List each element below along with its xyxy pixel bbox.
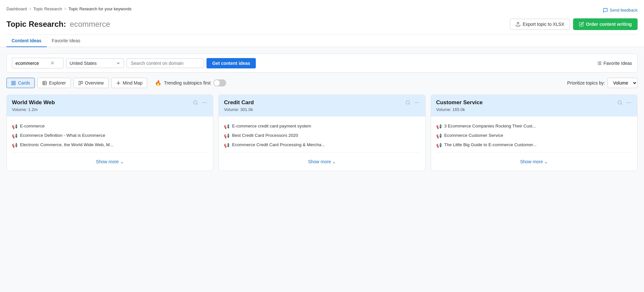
- card-header-info-2: Customer Service Volume: 165.0k: [436, 99, 614, 112]
- send-feedback-button[interactable]: Send feedback: [603, 8, 638, 13]
- view-controls: Cards Explorer Overview Mind Map 🔥 Trend…: [6, 78, 638, 88]
- volume-select[interactable]: Volume: [608, 78, 638, 88]
- svg-line-33: [621, 104, 622, 105]
- svg-line-23: [197, 104, 197, 105]
- megaphone-icon: 📢: [436, 124, 442, 129]
- list-item: 📢 Ecommerce Definition - What is Ecommer…: [12, 131, 208, 140]
- keyword-input-wrapper: ✕: [12, 58, 63, 68]
- card-0: World Wide Web Volume: 1.2m 📢 E-commerce: [6, 95, 213, 171]
- svg-point-25: [205, 102, 205, 103]
- main-content: ✕ United States Get content ideas Favori…: [0, 47, 644, 177]
- order-writing-button[interactable]: Order content writing: [573, 18, 638, 30]
- svg-rect-7: [12, 81, 13, 82]
- svg-point-36: [630, 102, 630, 103]
- article-text: E-commerce credit card payment system: [232, 124, 311, 128]
- card-header-info-1: Credit Card Volume: 301.0k: [224, 99, 402, 112]
- card-volume-1: Volume: 301.0k: [224, 107, 402, 112]
- clear-keyword-icon[interactable]: ✕: [50, 60, 54, 66]
- view-cards-button[interactable]: Cards: [6, 78, 35, 88]
- breadcrumb-topic-research[interactable]: Topic Research: [33, 6, 62, 11]
- article-text: Ecommerce Credit Card Processing & Merch…: [232, 142, 325, 147]
- card-more-icon-1[interactable]: [414, 99, 420, 107]
- megaphone-icon: 📢: [436, 133, 442, 138]
- header-actions: Export topic to XLSX Order content writi…: [510, 18, 638, 30]
- svg-rect-11: [43, 81, 46, 85]
- cards-icon: [11, 81, 16, 86]
- favorite-ideas-link[interactable]: Favorite Ideas: [597, 61, 632, 66]
- favorite-ideas-label: Favorite Ideas: [603, 61, 632, 66]
- card-divider: [12, 152, 208, 153]
- card-body-0: 📢 E-commerce 📢 Ecommerce Definition - Wh…: [7, 116, 213, 171]
- list-item: 📢 The Little Big Guide to E-commerce Cus…: [436, 140, 632, 150]
- keyword-input[interactable]: [15, 61, 48, 66]
- megaphone-icon: 📢: [436, 143, 442, 148]
- svg-rect-8: [12, 83, 13, 85]
- article-text: E-commerce: [20, 124, 45, 128]
- megaphone-icon: 📢: [224, 143, 229, 148]
- svg-point-30: [417, 102, 417, 103]
- list-item: 📢 Best Credit Card Processors 2020: [224, 131, 420, 140]
- tabs-row: Content Ideas Favorite Ideas: [6, 35, 638, 47]
- view-explorer-button[interactable]: Explorer: [37, 78, 71, 88]
- send-feedback-label: Send feedback: [610, 8, 638, 13]
- breadcrumb-dashboard[interactable]: Dashboard: [6, 6, 27, 11]
- list-item: 📢 E-commerce: [12, 122, 208, 131]
- article-text: Best Credit Card Processors 2020: [232, 133, 298, 138]
- card-more-icon-0[interactable]: [201, 99, 208, 107]
- svg-rect-16: [81, 81, 82, 84]
- mindmap-label: Mind Map: [123, 80, 142, 86]
- article-text: 3 Ecommerce Companies Rocking Their Cust…: [444, 124, 536, 128]
- chat-icon: [603, 8, 608, 13]
- order-label: Order content writing: [586, 22, 632, 27]
- list-item: 📢 Ecommerce Credit Card Processing & Mer…: [224, 140, 420, 150]
- card-search-icon-1[interactable]: [405, 99, 411, 107]
- article-text: Electronic Commerce, the World Wide Web,…: [20, 142, 113, 147]
- header-row: Topic Research: ecommerce Export topic t…: [6, 16, 638, 35]
- domain-search-input[interactable]: [127, 58, 204, 68]
- prioritize-label: Prioritize topics by:: [567, 80, 605, 86]
- country-label: United States: [70, 61, 97, 66]
- card-search-icon-0[interactable]: [192, 99, 199, 107]
- svg-point-29: [415, 102, 415, 103]
- trending-label: Trending subtopics first: [164, 80, 210, 86]
- tab-content-ideas[interactable]: Content Ideas: [6, 35, 47, 47]
- search-bar: ✕ United States Get content ideas Favori…: [6, 54, 638, 73]
- svg-point-31: [418, 102, 418, 103]
- country-select-wrapper[interactable]: United States: [66, 58, 124, 68]
- megaphone-icon: 📢: [12, 133, 17, 138]
- show-more-0[interactable]: Show more ⌄: [12, 155, 208, 166]
- card-actions-0: [192, 99, 208, 107]
- card-more-icon-2[interactable]: [626, 99, 632, 107]
- trending-toggle-switch[interactable]: [213, 79, 226, 86]
- view-overview-button[interactable]: Overview: [73, 78, 109, 88]
- overview-icon: [78, 81, 83, 86]
- card-search-icon-2[interactable]: [617, 99, 623, 107]
- view-mindmap-button[interactable]: Mind Map: [111, 78, 147, 88]
- show-more-1[interactable]: Show more ⌄: [224, 155, 420, 166]
- list-icon: [597, 61, 602, 66]
- megaphone-icon: 📢: [12, 124, 17, 129]
- card-title-0: World Wide Web: [12, 99, 190, 106]
- export-label: Export topic to XLSX: [523, 22, 564, 27]
- card-header-2: Customer Service Volume: 165.0k: [431, 95, 637, 116]
- get-ideas-button[interactable]: Get content ideas: [207, 58, 256, 68]
- prioritize-row: Prioritize topics by: Volume: [567, 78, 638, 88]
- upload-icon: [515, 22, 521, 27]
- trending-toggle: 🔥 Trending subtopics first: [155, 79, 226, 86]
- svg-point-26: [206, 102, 206, 103]
- show-more-2[interactable]: Show more ⌄: [436, 155, 632, 166]
- cards-label: Cards: [18, 80, 30, 86]
- megaphone-icon: 📢: [224, 133, 229, 138]
- svg-rect-15: [79, 81, 80, 85]
- tab-favorite-ideas[interactable]: Favorite Ideas: [47, 35, 86, 47]
- card-body-2: 📢 3 Ecommerce Companies Rocking Their Cu…: [431, 116, 637, 171]
- export-button[interactable]: Export topic to XLSX: [510, 19, 570, 30]
- explorer-icon: [42, 81, 47, 86]
- card-header-1: Credit Card Volume: 301.0k: [219, 95, 425, 116]
- explorer-label: Explorer: [49, 80, 66, 86]
- breadcrumb-sep-2: >: [64, 6, 67, 11]
- svg-rect-10: [14, 83, 15, 85]
- svg-point-24: [203, 102, 203, 103]
- card-volume-2: Volume: 165.0k: [436, 107, 614, 112]
- list-item: 📢 Electronic Commerce, the World Wide We…: [12, 140, 208, 150]
